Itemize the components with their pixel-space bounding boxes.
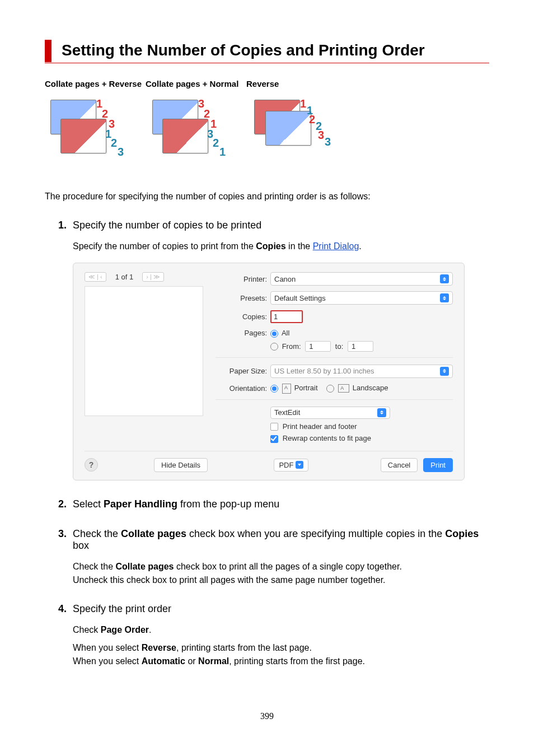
panel-select[interactable]: TextEdit [270, 407, 390, 419]
pdf-menu-button[interactable]: PDF [274, 459, 308, 472]
pages-all-option[interactable]: All [270, 329, 376, 338]
pages-label: Pages: [216, 329, 270, 337]
cancel-button[interactable]: Cancel [381, 458, 418, 472]
dialog-pager: ≪ | ‹ 1 of 1 › | ≫ [85, 272, 202, 282]
copies-input[interactable]: 1 [270, 310, 303, 323]
checkbox-icon [270, 435, 278, 443]
thumbnail-collate-normal: 3 2 1 3 2 1 [147, 96, 236, 158]
page-heading-bar: Setting the Number of Copies and Printin… [45, 39, 489, 63]
printer-value: Canon [274, 275, 296, 283]
radio-icon [270, 385, 278, 393]
step-1-title: Specify the number of copies to be print… [73, 220, 489, 231]
presets-value: Default Settings [274, 294, 326, 302]
pages-from-option[interactable]: From: 1 to: 1 [270, 341, 376, 352]
thumbnail-row: 1 2 3 1 2 3 3 2 1 3 2 1 1 1 2 2 3 3 [45, 96, 489, 158]
papersize-value: US Letter 8.50 by 11.00 inches [274, 367, 374, 375]
heading-accent [45, 40, 51, 62]
presets-select[interactable]: Default Settings [270, 291, 453, 305]
step-2-title: Select Paper Handling from the pop-up me… [73, 498, 489, 510]
option-label-reverse: Reverse [246, 79, 347, 88]
option-label-collate-normal: Collate pages + Normal [146, 79, 246, 88]
cb-header-footer[interactable]: Print header and footer [270, 422, 453, 431]
pages-from-input[interactable]: 1 [305, 341, 331, 352]
caret-icon [440, 293, 449, 302]
thumbnail-reverse: 1 1 2 2 3 3 [249, 96, 338, 158]
portrait-icon [282, 384, 291, 394]
landscape-icon [338, 384, 349, 393]
pager-label: 1 of 1 [110, 273, 139, 281]
step-4: Specify the print order Check Page Order… [58, 603, 489, 666]
orientation-group: Portrait Landscape [270, 384, 388, 394]
radio-icon [270, 343, 278, 351]
step-1: Specify the number of copies to be print… [58, 220, 489, 480]
page-title: Setting the Number of Copies and Printin… [62, 39, 425, 62]
pager-last-button[interactable]: › | ≫ [142, 272, 164, 282]
pages-to-input[interactable]: 1 [348, 341, 373, 352]
print-dialog-link[interactable]: Print Dialog [313, 241, 359, 251]
radio-icon [326, 385, 334, 393]
step-4-body: Check Page Order. When you select Revers… [73, 625, 489, 666]
step-3-body: Check the Collate pages check box to pri… [73, 562, 489, 585]
panel-value: TextEdit [274, 408, 300, 417]
step-3-title: Check the Collate pages check box when y… [73, 528, 489, 552]
papersize-select[interactable]: US Letter 8.50 by 11.00 inches [270, 365, 453, 378]
step-2: Select Paper Handling from the pop-up me… [58, 498, 489, 510]
step-4-title: Specify the print order [73, 603, 489, 615]
caret-icon [377, 408, 386, 417]
dialog-separator [85, 451, 453, 451]
thumbnail-collate-reverse: 1 2 3 1 2 3 [45, 96, 134, 158]
pager-first-button[interactable]: ≪ | ‹ [85, 272, 106, 282]
cb-rewrap[interactable]: Rewrap contents to fit page [270, 434, 453, 443]
chevron-down-icon [296, 461, 303, 469]
hide-details-button[interactable]: Hide Details [154, 458, 208, 472]
options-row: Collate pages + Reverse Collate pages + … [45, 79, 489, 88]
step-1-body: Specify the number of copies to print fr… [73, 241, 489, 251]
copies-label: Copies: [216, 312, 270, 321]
option-label-collate-reverse: Collate pages + Reverse [45, 79, 146, 88]
print-button[interactable]: Print [423, 458, 453, 472]
step-3: Check the Collate pages check box when y… [58, 528, 489, 585]
dialog-separator [216, 357, 453, 358]
page-number: 399 [45, 711, 489, 721]
printer-label: Printer: [216, 275, 270, 283]
dialog-preview [85, 286, 203, 416]
orientation-portrait-option[interactable]: Portrait [270, 384, 320, 392]
caret-icon [440, 367, 449, 376]
print-dialog-screenshot: ≪ | ‹ 1 of 1 › | ≫ Printer: Canon [73, 263, 465, 480]
help-button[interactable]: ? [85, 458, 98, 472]
papersize-label: Paper Size: [216, 367, 270, 375]
presets-label: Presets: [216, 294, 270, 302]
orientation-label: Orientation: [216, 384, 270, 393]
caret-icon [440, 274, 449, 283]
dialog-separator [216, 399, 453, 400]
printer-select[interactable]: Canon [270, 272, 453, 286]
lede-paragraph: The procedure for specifying the number … [45, 192, 489, 202]
radio-icon [270, 330, 278, 338]
checkbox-icon [270, 423, 278, 431]
orientation-landscape-option[interactable]: Landscape [326, 384, 388, 392]
